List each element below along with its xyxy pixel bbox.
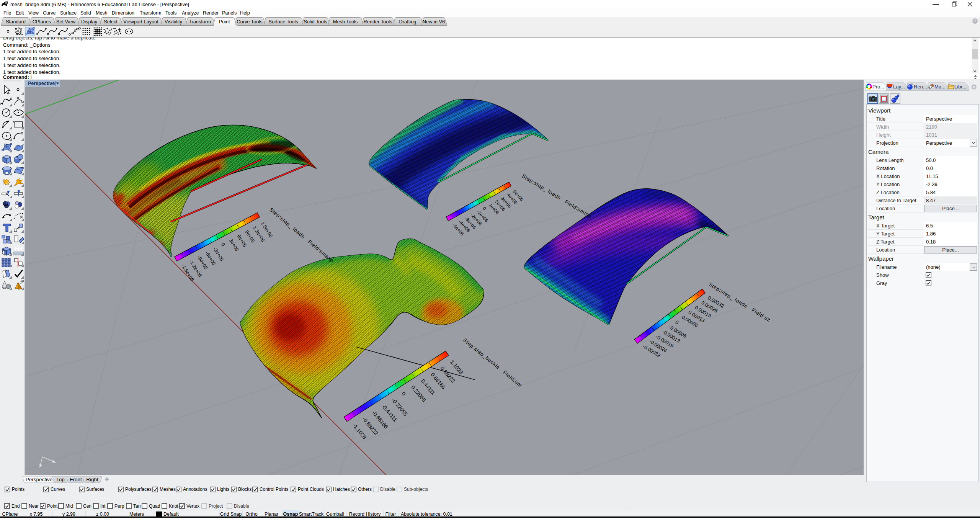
svg-text:Transform: Transform bbox=[189, 19, 211, 25]
svg-text:Solid Tools: Solid Tools bbox=[304, 19, 327, 25]
svg-text:Mesh Tools: Mesh Tools bbox=[333, 19, 358, 25]
svg-text:Point: Point bbox=[219, 19, 230, 25]
svg-text:Standard: Standard bbox=[6, 19, 26, 25]
svg-text:Select: Select bbox=[104, 19, 118, 25]
svg-text:Lay...: Lay... bbox=[893, 84, 905, 90]
svg-text:Right: Right bbox=[86, 477, 98, 482]
svg-text:Libr...: Libr... bbox=[954, 84, 967, 90]
svg-text:Ren...: Ren... bbox=[914, 84, 927, 90]
svg-text:Perspective: Perspective bbox=[28, 81, 55, 86]
svg-text:New in V6: New in V6 bbox=[423, 19, 445, 25]
svg-text:Top: Top bbox=[56, 477, 65, 482]
svg-text:Display: Display bbox=[81, 19, 98, 25]
svg-text:Pro...: Pro... bbox=[872, 84, 884, 90]
svg-text:Perspective: Perspective bbox=[26, 477, 53, 482]
svg-text:Set View: Set View bbox=[56, 19, 76, 25]
svg-text:Front: Front bbox=[70, 477, 82, 482]
svg-text:Render Tools: Render Tools bbox=[363, 19, 392, 25]
svg-text:6: 6 bbox=[6, 2, 7, 4]
svg-text:Curve Tools: Curve Tools bbox=[237, 19, 262, 25]
svg-text:Visibility: Visibility bbox=[165, 19, 183, 25]
svg-text:Drafting: Drafting bbox=[399, 19, 416, 25]
svg-text:Surface Tools: Surface Tools bbox=[268, 19, 298, 25]
svg-text:Viewport Layout: Viewport Layout bbox=[123, 19, 158, 25]
svg-text:CPlanes: CPlanes bbox=[33, 19, 51, 25]
svg-text:Ma...: Ma... bbox=[934, 84, 946, 90]
